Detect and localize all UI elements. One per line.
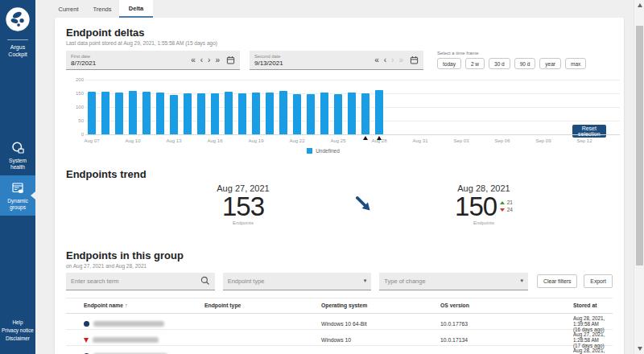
table-row[interactable]: Windows 10 10.0.18362 Aug 28, 2021, 1:39… [66,346,613,354]
second-date-calendar-icon[interactable] [410,56,419,64]
chart-bar-aug-15[interactable] [197,93,205,134]
chart-bar-aug-23[interactable] [307,94,315,134]
first-date-field[interactable]: First date 8/7/2021 « ‹ › » [66,51,240,70]
selection-marker-icon [363,136,368,140]
endpoint-type-select[interactable]: Endpoint type ▾ [223,273,372,290]
chart-bar-aug-11[interactable] [142,92,151,134]
second-date-step-back-icon[interactable]: ‹ [384,56,386,64]
tab-current[interactable]: Current [52,0,85,18]
first-date-step-forward-icon[interactable]: › [208,56,210,64]
added-count: 21 [500,200,513,207]
timeframe-max-button[interactable]: max [565,58,586,69]
x-axis-tick-label: Aug 10 [117,138,149,143]
scrollbar-up-icon[interactable] [638,3,642,7]
chart-bar-aug-21[interactable] [279,91,287,134]
first-date-skip-forward-icon[interactable]: » [215,56,220,64]
tab-bar: Current Trends Delta [35,0,644,18]
chart-bar-aug-19[interactable] [252,93,260,134]
timeframe-30d-button[interactable]: 30 d [489,58,510,69]
timeframe-2w-button[interactable]: 2 w [465,58,485,69]
second-date-skip-back-icon[interactable]: « [374,56,379,64]
chart-bar-aug-24[interactable] [320,93,328,134]
x-axis-tick-label: Aug 25 [322,138,354,143]
header-endpoint-type[interactable]: Endpoint type [204,303,321,308]
scrollbar-down-icon[interactable] [638,347,642,351]
second-date-skip-forward-icon[interactable]: » [398,56,403,64]
y-axis-tick-label: 200 [72,77,84,82]
search-icon[interactable] [200,276,210,286]
search-input[interactable] [71,278,200,285]
legend-label: Undefined [316,148,340,154]
table-header-row: Endpoint name↑ Endpoint type Operating s… [66,298,613,314]
type-of-change-select[interactable]: Type of change ▾ [379,273,528,290]
timeframe-year-button[interactable]: year [539,58,561,69]
table-row[interactable]: Windows 10 64-Bit 10.0.17763 Aug 28, 202… [66,314,613,330]
selection-marker-icon [377,136,382,140]
chart-bar-aug-27[interactable] [361,93,369,134]
scrollbar-thumb[interactable] [636,26,643,266]
chart-gridline [85,134,620,135]
chart-bar-aug-20[interactable] [266,93,274,134]
header-endpoint-name[interactable]: Endpoint name↑ [84,303,204,308]
search-box [66,273,215,290]
chart-bar-aug-18[interactable] [238,93,246,134]
privacy-notice-link[interactable]: Privacy notice [0,327,35,335]
chart-bar-aug-28[interactable] [375,90,383,134]
timeframe-90d-button[interactable]: 90 d [514,58,536,69]
y-axis-tick-label: 150 [72,91,84,96]
header-os-version[interactable]: OS version [440,303,573,308]
clear-filters-button[interactable]: Clear filters [537,274,577,288]
trend-down-arrow-icon [353,194,374,215]
trend-second-count: 150 [455,193,497,220]
chart-bar-aug-07[interactable] [88,92,96,134]
chart-bar-aug-16[interactable] [211,93,219,134]
endpoints-group-subtitle: on Aug 27, 2021 and Aug 28, 2021 [66,263,613,269]
legend-swatch [307,148,312,154]
first-date-calendar-icon[interactable] [226,56,235,64]
filter-row: Endpoint type ▾ Type of change ▾ Clear f… [66,273,613,290]
trend-second-date-cell: Aug 28, 2021 150 21 24 [403,183,564,225]
x-axis-tick-label: Aug 16 [199,138,231,143]
chart-bar-aug-26[interactable] [348,93,356,134]
added-triangle-icon [500,201,505,204]
first-date-skip-back-icon[interactable]: « [191,56,196,64]
chart-bar-aug-10[interactable] [129,91,137,134]
second-date-step-forward-icon[interactable]: › [391,56,394,64]
tab-delta[interactable]: Delta [119,0,153,18]
argus-logo-icon [5,6,31,32]
redacted-endpoint-name [93,337,159,343]
chart-bar-aug-12[interactable] [156,93,164,134]
chart-bar-aug-22[interactable] [293,94,301,134]
disclaimer-link[interactable]: Disclaimer [0,335,35,343]
table-row[interactable]: Windows 10 10.0.17134 Aug 27, 2021, 1:28… [66,330,613,346]
timeframe-today-button[interactable]: today [437,58,461,69]
sidebar-item-system-health[interactable]: System health [0,135,35,175]
chart-bar-aug-17[interactable] [225,92,233,134]
reset-selection-button[interactable]: Reset selection [572,125,606,138]
chart-bar-aug-14[interactable] [184,93,192,134]
removed-count: 24 [500,207,513,214]
y-axis-tick-label: 100 [72,105,84,109]
sidebar-footer: Help Privacy notice Disclaimer [0,319,35,343]
os-cell: Windows 10 [321,337,440,343]
chart-bar-aug-08[interactable] [101,92,109,134]
chart-bar-aug-13[interactable] [170,95,178,134]
export-button[interactable]: Export [584,274,613,288]
x-axis-tick-label: Aug 31 [404,138,436,143]
chart-bar-aug-25[interactable] [334,94,342,134]
trend-direction [348,194,380,215]
header-operating-system[interactable]: Operating system [321,303,440,308]
endpoints-group-title: Endpoints in this group [66,241,613,261]
sidebar-item-dynamic-groups[interactable]: Dynamic groups [0,175,35,216]
removed-endpoint-icon [84,338,89,343]
help-link[interactable]: Help [0,319,35,327]
first-date-value: 8/7/2021 [71,60,188,67]
app-logo[interactable]: Argus Cockpit [0,0,35,58]
sort-ascending-icon: ↑ [125,303,128,308]
last-data-point-note: Last data point stored at Aug 29, 2021, … [66,40,613,46]
chart-bar-aug-09[interactable] [115,93,123,134]
header-stored-at[interactable]: Stored at [573,303,613,308]
tab-trends[interactable]: Trends [85,0,119,18]
first-date-step-back-icon[interactable]: ‹ [200,56,203,64]
second-date-field[interactable]: Second date 9/13/2021 « ‹ › » [250,51,423,70]
